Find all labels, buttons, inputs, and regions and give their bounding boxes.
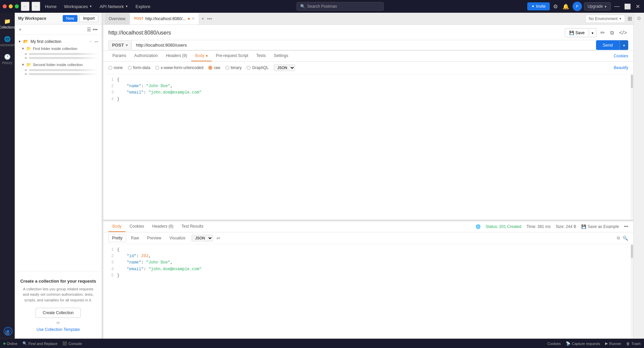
explore-nav[interactable]: Explore <box>133 3 153 10</box>
workspaces-nav[interactable]: Workspaces ▼ <box>61 3 95 10</box>
request-body-editor[interactable]: 1 { 2 "name": "John Doe", 3 "email": "jo… <box>103 74 633 220</box>
folder-second[interactable]: ▼ 📁 Second folder inside collection <box>15 61 102 68</box>
view-raw-tab[interactable]: Raw <box>127 234 142 242</box>
res-test-results-tab[interactable]: Test Results <box>177 221 207 232</box>
globe-icon[interactable]: 🌐 <box>476 224 481 229</box>
sort-collections-button[interactable]: ☰ <box>86 26 92 33</box>
layout-icon[interactable]: ⊞ <box>628 15 632 22</box>
copy-icon[interactable]: ⧉ <box>609 28 615 37</box>
response-scrollbar[interactable] <box>631 244 633 339</box>
sub-item-1[interactable] <box>15 52 102 56</box>
window-max-icon[interactable]: ⬜ <box>623 2 632 11</box>
url-input[interactable] <box>132 40 596 50</box>
upgrade-button[interactable]: Upgrade ▼ <box>584 2 611 10</box>
scrollbar-thumb[interactable] <box>631 75 633 88</box>
view-pretty-tab[interactable]: Pretty <box>108 234 126 242</box>
pre-request-tab[interactable]: Pre-request Script <box>212 51 252 61</box>
notifications-icon[interactable]: 🔔 <box>561 2 571 11</box>
new-button[interactable]: New <box>63 15 77 22</box>
trash-btn[interactable]: 🗑 Trash <box>626 341 641 346</box>
api-network-nav[interactable]: API Network ▼ <box>97 3 131 10</box>
sidebar-item-environments[interactable]: 🌐 Environments <box>1 33 14 50</box>
save-example-button[interactable]: 💾 Save as Example <box>581 224 619 229</box>
response-json-selector[interactable]: JSON <box>192 235 213 241</box>
response-more-button[interactable]: ••• <box>624 224 628 229</box>
save-dropdown[interactable]: ▼ <box>589 28 596 37</box>
res-cookies-tab[interactable]: Cookies <box>125 221 148 232</box>
send-dropdown[interactable]: ▼ <box>620 40 628 50</box>
console-btn[interactable]: ⬛ Console <box>62 341 82 346</box>
save-button[interactable]: 💾 Save <box>565 28 589 37</box>
add-collection-button[interactable]: + <box>18 26 22 33</box>
collection-my-first[interactable]: ▼ 📂 My first collection ☆ ••• <box>15 38 102 45</box>
body-raw-option[interactable]: raw <box>208 65 220 70</box>
binary-radio[interactable] <box>225 66 229 70</box>
body-tab[interactable]: Body <box>191 51 212 61</box>
postman-satellite[interactable] <box>3 327 13 336</box>
view-preview-tab[interactable]: Preview <box>144 234 165 242</box>
add-tab-button[interactable]: + <box>199 16 206 22</box>
cookies-status-btn[interactable]: Cookies <box>547 341 561 346</box>
more-options-button[interactable]: ••• <box>92 26 98 33</box>
editor-scrollbar[interactable] <box>631 74 633 220</box>
tab-active-request[interactable]: POST http://localhost:8080/... ✕ <box>130 13 199 24</box>
json-type-selector[interactable]: JSON <box>274 64 295 71</box>
invite-button[interactable]: ✦ Invite <box>527 2 550 10</box>
response-body-editor[interactable]: 1 { 2 "id": 202, 3 "name": "John Doe", 4… <box>103 244 633 339</box>
headers-tab[interactable]: Headers (9) <box>162 51 191 61</box>
environment-selector[interactable]: No Environment ▼ <box>586 15 625 23</box>
body-formdata-option[interactable]: form-data <box>128 65 150 70</box>
more-tabs-button[interactable]: ••• <box>207 16 212 21</box>
avatar[interactable]: P <box>573 2 582 11</box>
tab-overview[interactable]: Overview <box>105 13 129 24</box>
collection-options[interactable]: ••• <box>94 40 98 44</box>
sub-item-3[interactable] <box>15 68 102 72</box>
home-nav[interactable]: Home <box>42 3 59 10</box>
graphql-radio[interactable] <box>247 66 251 70</box>
forward-button[interactable]: → <box>32 2 40 11</box>
params-tab[interactable]: Params <box>108 51 130 61</box>
search-bar[interactable]: 🔍 Search Postman <box>297 2 384 11</box>
runner-btn[interactable]: ▶ Runner <box>605 341 621 346</box>
maximize-button[interactable] <box>15 4 19 8</box>
cookies-link[interactable]: Cookies <box>614 54 628 58</box>
window-min-icon[interactable]: — <box>613 2 621 11</box>
window-close-icon[interactable]: ✕ <box>634 2 641 11</box>
raw-radio[interactable] <box>208 66 212 70</box>
online-status[interactable]: Online <box>3 342 17 346</box>
minimize-button[interactable] <box>9 4 13 8</box>
find-replace-btn[interactable]: 🔍 Find and Replace <box>22 341 57 346</box>
tests-tab[interactable]: Tests <box>252 51 270 61</box>
edit-icon[interactable]: ✏ <box>599 28 606 37</box>
folder-first[interactable]: ▼ 📁 First folder inside collection <box>15 45 102 52</box>
view-visualize-tab[interactable]: Visualize <box>166 234 189 242</box>
none-radio[interactable] <box>108 66 112 70</box>
sidebar-item-collections[interactable]: 📁 Collections <box>1 15 14 32</box>
settings-tab[interactable]: Settings <box>270 51 292 61</box>
scrollbar-thumb[interactable] <box>631 245 633 258</box>
sub-item-2[interactable] <box>15 56 102 60</box>
sub-item-4[interactable] <box>15 72 102 76</box>
close-button[interactable] <box>3 4 7 8</box>
body-none-option[interactable]: none <box>108 65 123 70</box>
tab-close-icon[interactable]: ✕ <box>192 17 195 20</box>
collection-star[interactable]: ☆ <box>89 39 92 44</box>
search-response-button[interactable]: 🔍 <box>623 236 628 241</box>
urlencoded-radio[interactable] <box>155 66 159 70</box>
formdata-radio[interactable] <box>128 66 132 70</box>
beautify-button[interactable]: Beautify <box>614 65 628 70</box>
capture-btn[interactable]: 📡 Capture requests <box>566 341 600 346</box>
body-binary-option[interactable]: binary <box>225 65 242 70</box>
sidebar-item-history[interactable]: 🕐 History <box>1 51 14 67</box>
settings-icon[interactable]: ⚙ <box>552 2 559 11</box>
right-panel-1[interactable]: ⊙ <box>637 15 641 21</box>
send-button[interactable]: Send <box>596 40 620 50</box>
use-template-link[interactable]: Use Collection Template <box>37 327 80 332</box>
import-button[interactable]: Import <box>79 15 98 22</box>
back-button[interactable]: ← <box>21 2 30 11</box>
body-graphql-option[interactable]: GraphQL <box>247 65 268 70</box>
authorization-tab[interactable]: Authorization <box>130 51 162 61</box>
method-selector[interactable]: POST ▼ <box>108 40 132 50</box>
create-collection-button[interactable]: Create Collection <box>36 308 80 318</box>
copy-response-button[interactable]: ⧉ <box>617 235 620 241</box>
